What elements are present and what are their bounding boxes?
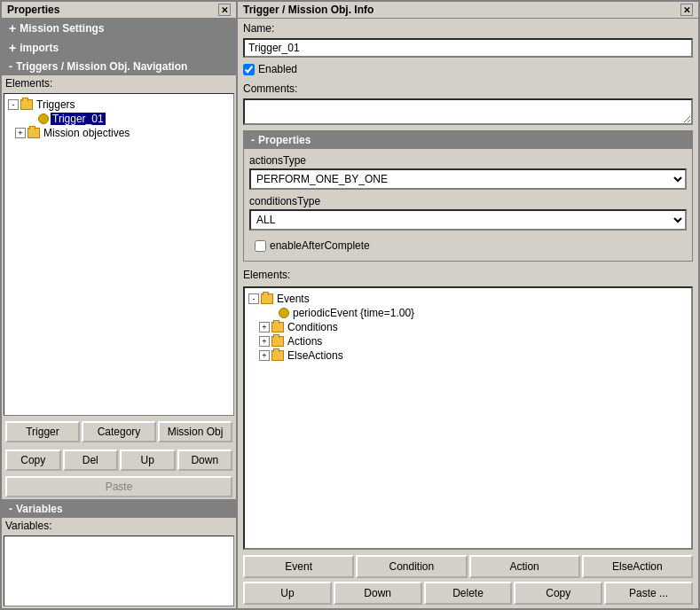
variables-label: Variables (16, 503, 63, 515)
expand-missionobj-icon[interactable]: + (15, 128, 26, 138)
left-panel: Properties ✕ + Mission Settings + import… (0, 0, 238, 610)
actions-type-row: actionsType PERFORM_ONE_BY_ONE (249, 154, 687, 190)
tree-item-missionobj-label: Mission objectives (42, 127, 131, 139)
tree-item-triggers-label: Triggers (35, 98, 77, 111)
tree-item-triggers[interactable]: - Triggers (8, 98, 230, 112)
imports-expand-icon: + (9, 41, 16, 55)
right-panel-title-text: Trigger / Mission Obj. Info (243, 4, 374, 16)
folder-missionobj-icon (28, 128, 40, 138)
expand-conditions-icon[interactable]: + (259, 322, 270, 332)
up-button-left[interactable]: Up (120, 450, 176, 471)
expand-events-icon[interactable]: - (248, 293, 259, 304)
comments-input[interactable] (243, 98, 693, 125)
tree-item-conditions[interactable]: + Conditions (248, 320, 688, 334)
triggers-label: Triggers / Mission Obj. Navigation (16, 60, 187, 73)
trigger-button[interactable]: Trigger (5, 421, 80, 442)
copy-button-right[interactable]: Copy (514, 582, 602, 605)
tree-item-elseactions-label: ElseActions (286, 349, 345, 362)
elements-label: Elements: (2, 75, 236, 91)
tree-item-events-label: Events (275, 293, 311, 305)
expand-triggers-icon[interactable]: - (8, 99, 19, 110)
down-button-right[interactable]: Down (334, 582, 422, 605)
folder-actions-icon (271, 336, 284, 347)
category-button[interactable]: Category (82, 421, 156, 442)
properties-header-label: Properties (258, 134, 311, 146)
conditions-type-select[interactable]: ALL (249, 209, 687, 231)
leaf-periodic-icon (279, 308, 289, 318)
paste-row: Paste (2, 474, 236, 499)
folder-conditions-icon (271, 322, 284, 332)
folder-triggers-icon (20, 99, 33, 110)
else-action-button[interactable]: ElseAction (582, 555, 693, 578)
tree-item-periodic-label: periodicEvent {time=1.00} (291, 307, 416, 319)
tree-item-conditions-label: Conditions (286, 321, 340, 333)
expand-actions-icon[interactable]: + (259, 336, 270, 347)
variables-expand-icon: - (9, 503, 12, 515)
tree-item-periodic[interactable]: periodicEvent {time=1.00} (248, 306, 688, 320)
properties-section: - Properties actionsType PERFORM_ONE_BY_… (243, 130, 693, 262)
right-panel-title: Trigger / Mission Obj. Info ✕ (238, 2, 698, 19)
action-button[interactable]: Action (469, 555, 580, 578)
actions-type-select[interactable]: PERFORM_ONE_BY_ONE (249, 168, 687, 190)
enabled-row: Enabled (238, 59, 698, 79)
enable-after-complete-label: enableAfterComplete (270, 239, 370, 252)
name-label: Name: (238, 19, 698, 36)
properties-header[interactable]: - Properties (244, 131, 692, 149)
left-panel-title-text: Properties (7, 4, 59, 16)
conditions-type-row: conditionsType ALL (249, 195, 687, 231)
enabled-label: Enabled (258, 63, 297, 75)
triggers-section[interactable]: - Triggers / Mission Obj. Navigation (2, 58, 236, 75)
paste-dots-button[interactable]: Paste ... (604, 582, 693, 605)
right-panel: Trigger / Mission Obj. Info ✕ Name: Enab… (238, 0, 700, 610)
down-button-left[interactable]: Down (177, 450, 233, 471)
bottom-button-row-1: Event Condition Action ElseAction (238, 551, 698, 582)
bottom-button-row-2: Up Down Delete Copy Paste ... (238, 582, 698, 608)
conditions-type-label: conditionsType (249, 195, 687, 207)
imports-section[interactable]: + imports (2, 38, 236, 58)
mission-settings-section[interactable]: + Mission Settings (2, 19, 236, 38)
triggers-expand-icon: - (9, 60, 12, 73)
right-panel-close-button[interactable]: ✕ (680, 4, 693, 16)
variables-tree[interactable] (4, 536, 234, 606)
button-row-1: Trigger Category Mission Obj (2, 418, 236, 446)
up-button-right[interactable]: Up (243, 582, 332, 605)
event-button[interactable]: Event (243, 555, 354, 578)
condition-button[interactable]: Condition (356, 555, 467, 578)
left-tree[interactable]: - Triggers Trigger_01 + Mission objectiv… (4, 93, 234, 416)
tree-item-events[interactable]: - Events (248, 292, 688, 306)
copy-button-left[interactable]: Copy (5, 450, 61, 471)
right-elements-label: Elements: (243, 269, 693, 281)
tree-item-missionobj[interactable]: + Mission objectives (8, 126, 230, 140)
tree-item-elseactions[interactable]: + ElseActions (248, 348, 688, 363)
tree-item-actions-label: Actions (286, 335, 324, 348)
properties-collapse-icon: - (251, 134, 255, 146)
expand-elseactions-icon[interactable]: + (259, 350, 270, 361)
delete-button[interactable]: Delete (424, 582, 513, 605)
imports-label: imports (20, 42, 59, 54)
left-panel-title: Properties ✕ (2, 2, 236, 19)
tree-item-trigger01-label: Trigger_01 (51, 113, 106, 125)
right-tree[interactable]: - Events periodicEvent {time=1.00} + Con… (243, 286, 693, 550)
comments-label: Comments: (238, 79, 698, 97)
leaf-trigger01-icon (38, 113, 49, 124)
variables-section: - Variables Variables: (2, 499, 236, 608)
folder-events-icon (261, 293, 273, 304)
enable-after-complete-checkbox[interactable] (255, 240, 266, 252)
enable-after-complete-row: enableAfterComplete (249, 236, 687, 255)
name-input[interactable] (243, 38, 693, 58)
variables-fields-label: Variables: (2, 518, 236, 534)
button-row-2: Copy Del Up Down (2, 446, 236, 474)
paste-button-left[interactable]: Paste (5, 476, 232, 497)
variables-header[interactable]: - Variables (2, 500, 236, 518)
tree-item-actions[interactable]: + Actions (248, 334, 688, 348)
left-panel-close-button[interactable]: ✕ (218, 4, 231, 16)
tree-item-trigger01[interactable]: Trigger_01 (8, 112, 230, 126)
actions-type-label: actionsType (249, 154, 687, 167)
mission-settings-expand-icon: + (9, 21, 16, 35)
enabled-checkbox[interactable] (243, 64, 255, 75)
properties-body: actionsType PERFORM_ONE_BY_ONE condition… (244, 149, 692, 261)
mission-obj-button[interactable]: Mission Obj (158, 421, 232, 442)
folder-elseactions-icon (271, 350, 284, 361)
del-button[interactable]: Del (63, 450, 119, 471)
mission-settings-label: Mission Settings (20, 22, 104, 35)
